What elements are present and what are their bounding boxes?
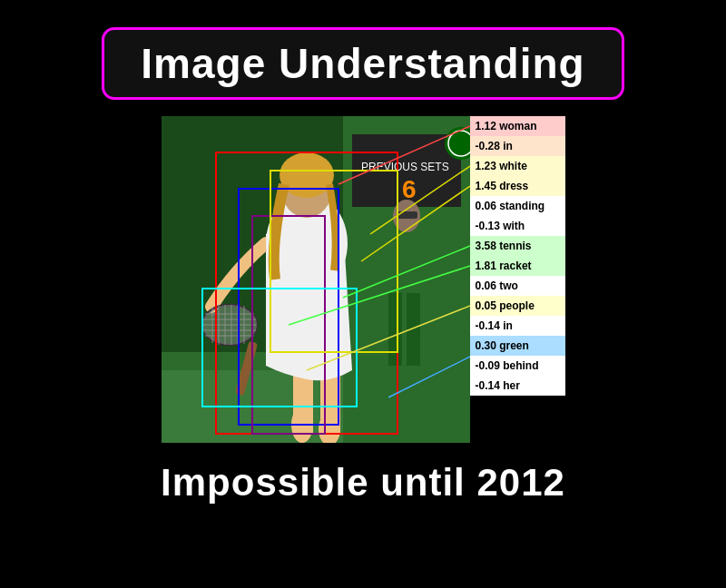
page-title: Image Understanding	[141, 40, 584, 87]
subtitle: Impossible until 2012	[161, 461, 565, 505]
photo-container: PREVIOUS SETS 6	[162, 116, 470, 443]
label-row-10: -0.14 in	[470, 316, 565, 336]
label-row-12: -0.09 behind	[470, 356, 565, 376]
label-row-9: 0.05 people	[470, 296, 565, 316]
photo-svg: PREVIOUS SETS 6	[162, 116, 470, 443]
title-box: Image Understanding	[102, 27, 623, 100]
label-row-11: 0.30 green	[470, 336, 565, 356]
label-row-13: -0.14 her	[470, 376, 565, 396]
label-row-8: 0.06 two	[470, 276, 565, 296]
label-row-3: 1.45 dress	[470, 176, 565, 196]
label-row-0: 1.12 woman	[470, 116, 565, 136]
svg-rect-20	[397, 211, 417, 219]
label-row-6: 3.58 tennis	[470, 236, 565, 256]
label-row-2: 1.23 white	[470, 156, 565, 176]
svg-text:6: 6	[402, 175, 417, 203]
label-row-1: -0.28 in	[470, 136, 565, 156]
image-section: PREVIOUS SETS 6	[162, 116, 565, 443]
label-row-4: 0.06 standing	[470, 196, 565, 216]
label-row-7: 1.81 racket	[470, 256, 565, 276]
svg-point-9	[384, 243, 429, 298]
label-row-5: -0.13 with	[470, 216, 565, 236]
labels-panel: 1.12 woman-0.28 in1.23 white1.45 dress0.…	[470, 116, 565, 443]
svg-rect-11	[388, 293, 402, 366]
